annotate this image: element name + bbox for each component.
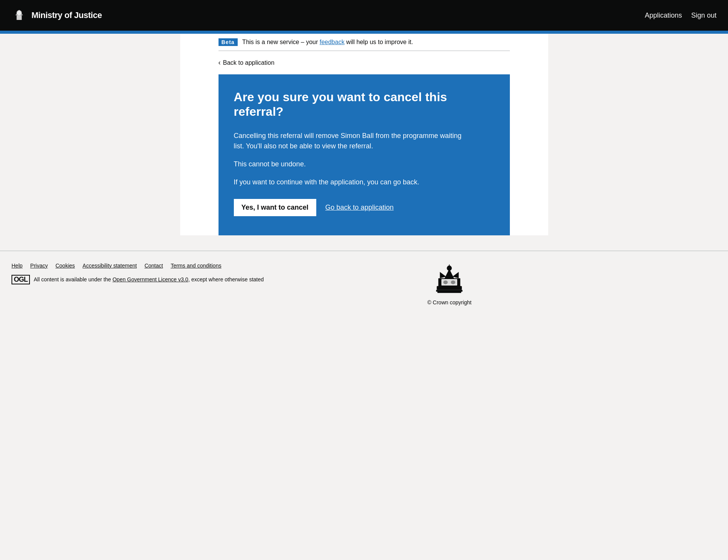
applications-link[interactable]: Applications [645,11,682,20]
footer-link-terms[interactable]: Terms and conditions [171,263,221,269]
footer-right: © Crown copyright [427,263,472,305]
site-header: Ministry of Justice Applications Sign ou… [0,0,728,31]
beta-text-before: This is a new service – your [242,39,320,45]
card-body-3: If you want to continue with the applica… [234,177,464,187]
footer-links: Help Privacy Cookies Accessibility state… [12,263,427,269]
sign-out-link[interactable]: Sign out [691,11,716,20]
beta-banner: Beta This is a new service – your feedba… [219,34,510,51]
feedback-link[interactable]: feedback [320,39,345,45]
svg-point-14 [444,280,448,284]
main-container: Beta This is a new service – your feedba… [180,34,548,235]
header-nav: Applications Sign out [645,11,716,20]
svg-rect-16 [436,290,463,292]
beta-tag: Beta [219,38,238,46]
footer-link-privacy[interactable]: Privacy [30,263,48,269]
card-body-1: Cancelling this referral will remove Sim… [234,131,464,151]
moj-crest-icon [12,8,27,23]
back-to-application-link[interactable]: Back to application [219,59,274,67]
ogl-text-before: All content is available under the [34,276,112,282]
svg-rect-17 [437,292,461,293]
beta-text-after: will help us to improve it. [345,39,413,45]
svg-marker-2 [15,10,23,15]
ogl-text-after: , except where otherwise stated [188,276,264,282]
footer-left: Help Privacy Cookies Accessibility state… [12,263,427,284]
card-title: Are you sure you want to cancel this ref… [234,90,464,119]
ogl-logo: OGL [12,275,30,284]
card-body-2: This cannot be undone. [234,159,464,169]
go-back-to-application-link[interactable]: Go back to application [325,204,394,212]
crown-copyright: © Crown copyright [427,263,472,305]
svg-point-15 [451,280,455,284]
yes-cancel-button[interactable]: Yes, I want to cancel [234,199,316,216]
footer-link-contact[interactable]: Contact [145,263,163,269]
footer-link-cookies[interactable]: Cookies [56,263,75,269]
logo-link[interactable]: Ministry of Justice [12,8,102,23]
logo-text: Ministry of Justice [31,10,102,20]
cancel-referral-card: Are you sure you want to cancel this ref… [219,74,510,235]
svg-rect-11 [449,264,450,268]
footer-link-help[interactable]: Help [12,263,23,269]
beta-text: This is a new service – your feedback wi… [242,39,413,46]
footer-link-accessibility[interactable]: Accessibility statement [82,263,137,269]
content-area: Beta This is a new service – your feedba… [180,34,548,235]
crown-copyright-text: © Crown copyright [427,299,472,305]
footer-ogl: OGL All content is available under the O… [12,275,427,284]
footer-inner: Help Privacy Cookies Accessibility state… [12,263,472,305]
blue-bar [0,31,728,34]
footer: Help Privacy Cookies Accessibility state… [0,251,728,317]
ogl-licence-link[interactable]: Open Government Licence v3.0 [112,276,188,282]
crown-crest-icon [430,263,468,297]
ogl-text: All content is available under the Open … [34,276,264,282]
card-actions: Yes, I want to cancel Go back to applica… [234,199,495,216]
svg-rect-1 [16,15,21,20]
